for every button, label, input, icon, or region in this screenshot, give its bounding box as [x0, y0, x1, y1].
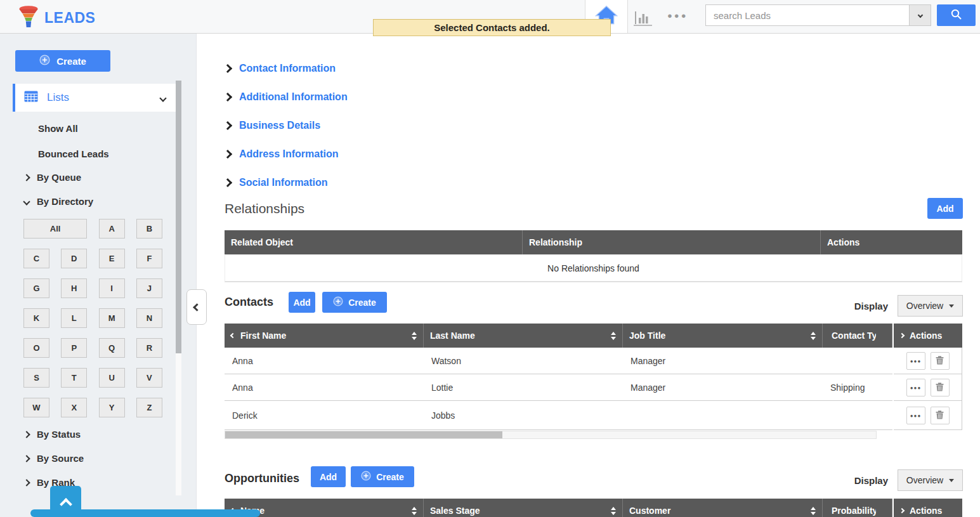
- sort-icon[interactable]: [408, 507, 417, 515]
- alpha-filter-n[interactable]: N: [136, 308, 162, 328]
- alpha-filter-all[interactable]: All: [23, 219, 87, 239]
- alpha-filter-z[interactable]: Z: [136, 398, 162, 417]
- cell-job-title: Manager: [623, 374, 823, 400]
- scroll-to-top-button[interactable]: [50, 486, 81, 517]
- sidebar-item-by-queue[interactable]: By Queue: [24, 172, 81, 183]
- opportunities-display-label: Display: [831, 475, 888, 486]
- contacts-add-button[interactable]: Add: [289, 292, 315, 313]
- alpha-filter-p[interactable]: P: [61, 338, 87, 358]
- alpha-filter-q[interactable]: Q: [99, 338, 125, 358]
- column-probability[interactable]: Probability: [823, 499, 892, 517]
- sort-icon[interactable]: [408, 332, 417, 340]
- section-label: Address Information: [239, 148, 338, 160]
- row-delete-button[interactable]: [931, 379, 950, 396]
- sidebar-collapse-handle[interactable]: [186, 289, 207, 325]
- column-related-object[interactable]: Related Object: [225, 230, 523, 254]
- alpha-filter-i[interactable]: I: [99, 278, 125, 298]
- chart-button[interactable]: [633, 10, 653, 26]
- cell-job-title: [623, 401, 823, 429]
- row-more-button[interactable]: ●●●: [906, 407, 925, 424]
- cell-last-name: Watson: [424, 348, 623, 374]
- alpha-filter-h[interactable]: H: [61, 278, 87, 298]
- alpha-filter-y[interactable]: Y: [99, 398, 125, 417]
- sidebar-item-by-status[interactable]: By Status: [24, 429, 81, 440]
- column-label: Customer: [629, 506, 670, 516]
- sort-icon[interactable]: [607, 332, 616, 340]
- column-customer[interactable]: Customer: [623, 499, 823, 517]
- alpha-filter-s[interactable]: S: [23, 368, 49, 388]
- alpha-filter-c[interactable]: C: [23, 249, 49, 268]
- column-last-name[interactable]: Last Name: [424, 324, 623, 348]
- alpha-filter-a[interactable]: A: [99, 219, 125, 239]
- column-sales-stage[interactable]: Sales Stage: [424, 499, 623, 517]
- alpha-filter-x[interactable]: X: [61, 398, 87, 417]
- sidebar-item-show-all[interactable]: Show All: [38, 123, 78, 134]
- row-more-button[interactable]: ●●●: [906, 379, 925, 396]
- alpha-filter-f[interactable]: F: [136, 249, 162, 268]
- relationships-title: Relationships: [225, 201, 304, 216]
- more-options-button[interactable]: ●●●: [667, 11, 688, 20]
- sort-icon[interactable]: [807, 332, 816, 340]
- search-input[interactable]: [705, 4, 910, 26]
- search-button[interactable]: [937, 4, 976, 26]
- contacts-create-button[interactable]: Create: [322, 292, 387, 313]
- sort-icon[interactable]: [807, 507, 816, 515]
- relationships-add-button[interactable]: Add: [927, 198, 963, 219]
- alpha-filter-b[interactable]: B: [136, 219, 162, 239]
- column-job-title[interactable]: Job Title: [623, 324, 823, 348]
- column-first-name[interactable]: First Name: [225, 324, 424, 348]
- cell-first-name: Anna: [225, 348, 424, 374]
- contacts-hscrollbar-thumb[interactable]: [225, 431, 502, 438]
- by-status-label: By Status: [37, 429, 81, 440]
- alpha-filter-l[interactable]: L: [61, 308, 87, 328]
- alpha-filter-k[interactable]: K: [23, 308, 49, 328]
- column-relationship[interactable]: Relationship: [523, 230, 821, 254]
- sidebar-item-by-directory[interactable]: By Directory: [24, 196, 93, 207]
- contact-row: Anna Watson Manager ●●●: [225, 348, 962, 374]
- cell-contact-type: [823, 348, 892, 374]
- row-delete-button[interactable]: [931, 407, 950, 424]
- sidebar-scrollbar-thumb[interactable]: [176, 81, 181, 353]
- section-business-details[interactable]: Business Details: [225, 119, 348, 132]
- alpha-filter-j[interactable]: J: [136, 278, 162, 298]
- section-address-information[interactable]: Address Information: [225, 147, 348, 160]
- alpha-filter-v[interactable]: V: [136, 368, 162, 388]
- alpha-filter-t[interactable]: T: [61, 368, 87, 388]
- alpha-filter-e[interactable]: E: [99, 249, 125, 268]
- alpha-filter-w[interactable]: W: [23, 398, 49, 417]
- row-more-button[interactable]: ●●●: [906, 352, 925, 370]
- alpha-filter-o[interactable]: O: [23, 338, 49, 358]
- sidebar-item-bounced-leads[interactable]: Bounced Leads: [38, 148, 109, 159]
- alpha-filter-u[interactable]: U: [99, 368, 125, 388]
- sort-icon[interactable]: [607, 507, 616, 515]
- section-social-information[interactable]: Social Information: [225, 176, 348, 189]
- opportunities-create-button[interactable]: Create: [351, 466, 414, 487]
- alpha-filter-d[interactable]: D: [61, 249, 87, 268]
- search-scope-dropdown[interactable]: [910, 4, 931, 26]
- alpha-filter-m[interactable]: M: [99, 308, 125, 328]
- chevron-down-icon: [160, 92, 166, 103]
- sidebar-item-lists[interactable]: Lists: [13, 84, 176, 112]
- contacts-display-dropdown[interactable]: Overview: [898, 295, 963, 317]
- section-contact-information[interactable]: Contact Information: [225, 62, 348, 75]
- create-lead-button[interactable]: Create: [15, 50, 110, 72]
- opportunities-add-button[interactable]: Add: [311, 466, 346, 487]
- chevron-up-icon: [60, 498, 72, 511]
- opportunities-display-dropdown[interactable]: Overview: [898, 469, 963, 491]
- alpha-filter-r[interactable]: R: [136, 338, 162, 358]
- alpha-filter-g[interactable]: G: [23, 278, 49, 298]
- scroll-right-icon[interactable]: [899, 508, 905, 513]
- chevron-right-icon: [223, 121, 232, 129]
- cell-first-name: Derick: [225, 401, 424, 429]
- column-contact-type[interactable]: Contact Type: [823, 324, 892, 348]
- sidebar-scrollbar-track[interactable]: [176, 353, 181, 495]
- section-additional-information[interactable]: Additional Information: [225, 90, 348, 103]
- scroll-right-icon[interactable]: [899, 333, 905, 338]
- caret-down-icon: [949, 479, 954, 482]
- row-delete-button[interactable]: [931, 352, 950, 370]
- cell-contact-type: [823, 401, 892, 429]
- contacts-hscrollbar[interactable]: [225, 431, 877, 439]
- sidebar-item-by-source[interactable]: By Source: [24, 453, 84, 464]
- scroll-left-icon[interactable]: [230, 333, 235, 338]
- display-value: Overview: [906, 475, 943, 485]
